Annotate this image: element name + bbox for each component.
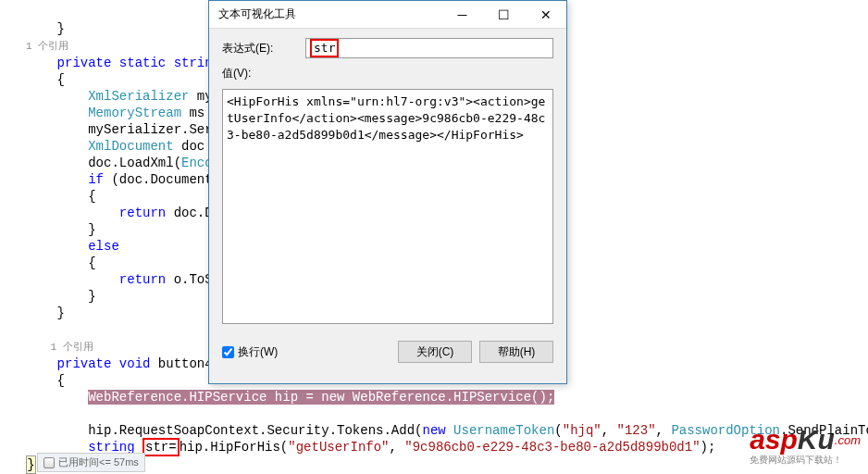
text-visualizer-dialog: 文本可视化工具 ─ ☐ ✕ 表达式(E): str 值(V): <HipForH…	[208, 0, 567, 384]
code-line: doc.LoadXml(Encodin	[26, 156, 236, 170]
code-line: {	[26, 72, 65, 87]
code-line	[26, 406, 33, 421]
close-button[interactable]: ✕	[525, 1, 566, 29]
code-line: {	[26, 256, 96, 270]
debug-variable-highlight: str=	[143, 438, 180, 456]
code-line: {	[26, 373, 65, 388]
code-line: }	[26, 222, 96, 237]
code-line: private void button4_Cl	[26, 356, 236, 371]
code-line: }	[26, 21, 65, 36]
code-line: XmlDocument doc = n	[26, 139, 236, 154]
watermark-logo: aspKu.com 免费网站源码下载站！	[750, 426, 861, 465]
value-label: 值(V):	[222, 66, 305, 81]
code-line: mySerializer.Serial	[26, 122, 236, 137]
expression-input[interactable]: str	[305, 38, 553, 58]
code-line: }	[26, 457, 36, 472]
code-line: if (doc.DocumentEle	[26, 172, 236, 187]
code-line: WebReference.HIPService hip = new WebRef…	[26, 390, 554, 405]
code-line: XmlSerializer mySer	[26, 89, 236, 104]
code-line: }	[26, 289, 96, 304]
code-reference[interactable]: 1 个引用	[26, 342, 93, 353]
code-line: private static string O	[26, 56, 236, 70]
expression-label: 表达式(E):	[222, 41, 305, 56]
perf-statusbar[interactable]: 已用时间<= 57ms	[37, 453, 145, 472]
code-line: {	[26, 189, 96, 204]
highlighted-code: WebReference.HIPService hip = new WebRef…	[88, 390, 554, 405]
code-line: hip.RequestSoapContext.Security.Tokens.A…	[26, 423, 868, 438]
code-reference[interactable]: 1 个引用	[26, 41, 68, 52]
code-line	[26, 322, 33, 337]
code-line: return o.ToStri	[26, 272, 236, 287]
close-dialog-button[interactable]: 关闭(C)	[398, 341, 472, 363]
wrap-checkbox-input[interactable]	[222, 346, 234, 358]
dialog-title: 文本可视化工具	[218, 6, 441, 22]
help-button[interactable]: 帮助(H)	[479, 341, 553, 363]
wrap-checkbox-label: 换行(W)	[238, 344, 278, 360]
maximize-button[interactable]: ☐	[483, 1, 525, 29]
value-textarea[interactable]: <HipForHis xmlns="urn:hl7-org:v3"><actio…	[222, 89, 553, 324]
code-line: return doc.Docu	[26, 206, 236, 220]
code-line: else	[26, 239, 119, 254]
execution-pointer: }	[26, 455, 36, 474]
dialog-titlebar[interactable]: 文本可视化工具 ─ ☐ ✕	[209, 1, 566, 29]
minimize-button[interactable]: ─	[441, 1, 483, 29]
code-line: MemoryStream ms = n	[26, 106, 236, 120]
code-line: }	[26, 306, 65, 320]
wrap-checkbox[interactable]: 换行(W)	[222, 344, 278, 360]
